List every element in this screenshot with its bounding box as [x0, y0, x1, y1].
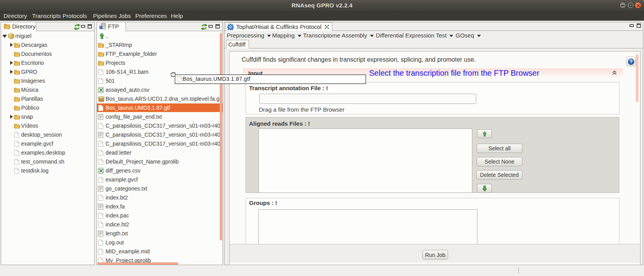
svg-text:?: ?	[630, 59, 633, 64]
